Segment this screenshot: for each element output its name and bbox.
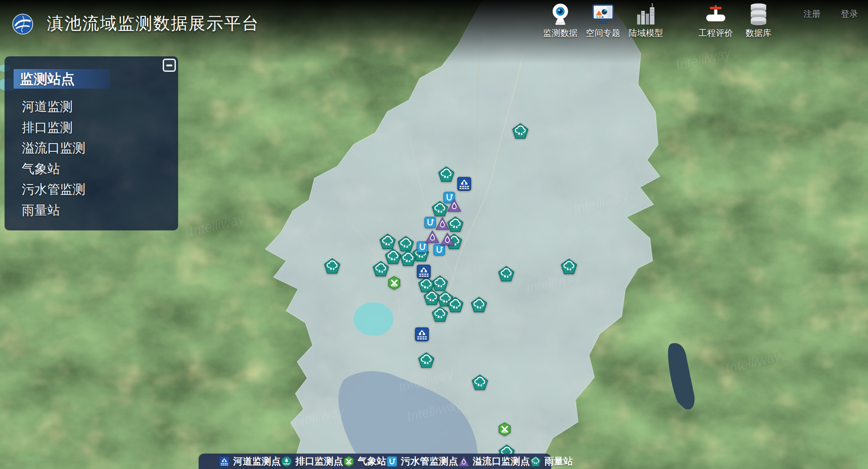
sewer-marker-icon — [386, 456, 398, 467]
marker-rain[interactable] — [324, 258, 340, 274]
marker-overflow[interactable] — [435, 217, 449, 231]
nav-item-monitoring-data[interactable]: 监测数据 — [539, 2, 582, 39]
map-legend: 河道监测点 排口监测点 气象站 污水管监测点 溢流口监测点 雨量站 — [199, 454, 551, 469]
outfall-marker-icon — [281, 456, 292, 467]
marker-rain[interactable] — [432, 306, 448, 323]
legend-label: 气象站 — [358, 455, 386, 468]
legend-item-weather[interactable]: 气象站 — [343, 455, 386, 468]
marker-rain[interactable] — [418, 352, 434, 369]
sidebar-item-river-monitoring[interactable]: 河道监测 — [22, 96, 169, 117]
rain-marker-icon — [530, 456, 541, 467]
register-link[interactable]: 注册 — [803, 8, 821, 20]
collapse-panel-button[interactable] — [163, 59, 176, 72]
river-marker-icon — [219, 456, 230, 467]
nav-item-land-model[interactable]: 陆域模型 — [624, 2, 667, 39]
sidebar-item-overflow-monitoring[interactable]: 溢流口监测 — [22, 138, 169, 159]
page-title: 滇池流域监测数据展示平台 — [47, 12, 259, 35]
nav-label: 监测数据 — [543, 27, 578, 39]
legend-label: 溢流口监测点 — [473, 455, 530, 468]
legend-item-overflow[interactable]: 溢流口监测点 — [458, 455, 530, 468]
database-icon — [746, 2, 771, 26]
marker-river[interactable] — [416, 264, 431, 279]
overflow-marker-icon — [458, 456, 469, 467]
legend-label: 雨量站 — [544, 455, 573, 468]
marker-rain[interactable] — [379, 234, 396, 250]
marker-river[interactable] — [414, 327, 429, 342]
station-menu: 河道监测 排口监测 溢流口监测 气象站 污水管监测 雨量站 — [22, 96, 169, 220]
legend-label: 河道监测点 — [233, 455, 281, 468]
marker-overflow[interactable] — [447, 199, 461, 213]
marker-rain[interactable] — [373, 261, 389, 277]
minus-icon — [166, 65, 172, 66]
weather-marker-icon — [343, 456, 354, 467]
marker-weather[interactable] — [387, 276, 401, 290]
marker-rain[interactable] — [561, 259, 577, 275]
legend-item-rain[interactable]: 雨量站 — [530, 455, 573, 468]
camera-icon — [548, 2, 573, 26]
legend-item-sewer[interactable]: 污水管监测点 — [386, 455, 458, 468]
sidebar-item-outfall-monitoring[interactable]: 排口监测 — [22, 117, 169, 138]
app-window: Intelliway Intelliway Intelliway Intelli… — [0, 0, 868, 469]
marker-rain[interactable] — [447, 297, 464, 313]
marker-rain[interactable] — [438, 166, 454, 183]
login-link[interactable]: 登录 — [841, 8, 858, 20]
marker-sewer[interactable] — [424, 216, 436, 229]
monitoring-stations-panel: 监测站点 河道监测 排口监测 溢流口监测 气象站 污水管监测 雨量站 — [5, 56, 178, 230]
legend-label: 污水管监测点 — [401, 455, 458, 468]
nav-item-spatial-theme[interactable]: 空间专题 — [582, 2, 624, 39]
nav-label: 空间专题 — [586, 27, 620, 39]
auth-links: 注册 登录 — [803, 8, 858, 20]
marker-river[interactable] — [457, 176, 472, 191]
caohai-lake — [354, 302, 394, 336]
sidebar-item-rain-gauge[interactable]: 雨量站 — [22, 200, 169, 221]
nav-item-project-evaluation[interactable]: 工程评价 — [694, 2, 737, 39]
legend-item-river[interactable]: 河道监测点 — [219, 455, 281, 468]
top-header: 滇池流域监测数据展示平台 监测数据 — [0, 0, 868, 44]
sidebar-item-sewer-monitoring[interactable]: 污水管监测 — [22, 179, 169, 200]
legend-label: 排口监测点 — [295, 455, 343, 468]
marker-rain[interactable] — [447, 216, 464, 233]
nav-item-database[interactable]: 数据库 — [737, 2, 780, 39]
main-nav: 监测数据 空间专题 — [539, 2, 780, 39]
marker-rain[interactable] — [498, 266, 514, 282]
marker-rain[interactable] — [512, 123, 529, 140]
monitor-chart-icon — [591, 2, 615, 26]
city-buildings-icon — [634, 2, 658, 26]
nav-label: 工程评价 — [698, 27, 733, 39]
panel-title[interactable]: 监测站点 — [14, 69, 110, 89]
marker-rain[interactable] — [472, 374, 488, 391]
nav-label: 数据库 — [746, 27, 772, 39]
marker-rain[interactable] — [400, 250, 416, 267]
marker-weather[interactable] — [498, 422, 512, 436]
platform-logo — [12, 13, 34, 35]
sidebar-item-weather-station[interactable]: 气象站 — [22, 159, 169, 180]
legend-item-outfall[interactable]: 排口监测点 — [281, 455, 343, 468]
logo-icon — [12, 13, 34, 35]
marker-overflow[interactable] — [440, 232, 454, 246]
nav-label: 陆域模型 — [629, 27, 663, 39]
marker-rain[interactable] — [471, 297, 487, 313]
marker-overflow[interactable] — [425, 230, 439, 244]
pipe-valve-icon — [703, 2, 728, 26]
